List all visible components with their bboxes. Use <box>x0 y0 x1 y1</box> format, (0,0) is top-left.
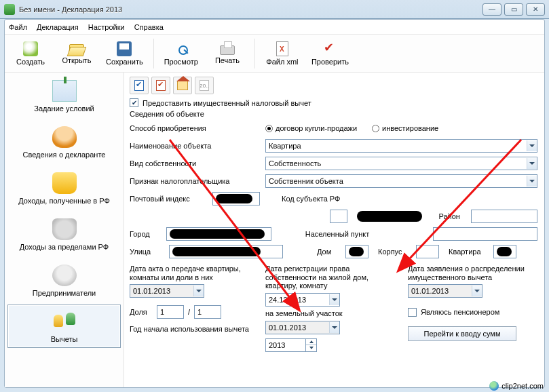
sidebar-label: Вычеты <box>51 335 78 343</box>
num-icon: 20.. <box>200 80 209 91</box>
tool-xml-label: Файл xml <box>266 58 298 66</box>
menu-help[interactable]: Справка <box>134 23 164 31</box>
chevron-down-icon <box>527 176 537 187</box>
mini-btn-num[interactable]: 20.. <box>195 77 214 94</box>
sidebar-label: Доходы, полученные в РФ <box>18 197 110 205</box>
body: Задание условий Сведения о декларанте До… <box>5 73 544 387</box>
watermark: clip2net.com <box>489 381 544 391</box>
house-input[interactable] <box>345 245 368 258</box>
go-sums-label: Перейти к вводу сумм <box>424 330 501 338</box>
close-button[interactable]: ✕ <box>526 3 545 16</box>
subject-label: Код субъекта РФ <box>282 195 411 203</box>
own-type-select[interactable]: Собственность <box>265 157 537 170</box>
menu-file[interactable]: Файл <box>9 23 27 31</box>
date-appl-value: 01.01.2013 <box>411 287 449 295</box>
deductions-icon <box>52 311 77 332</box>
toolbar-separator <box>254 39 255 68</box>
provide-deduction-checkbox[interactable] <box>130 98 138 107</box>
date-act-label: Дата акта о передаче квартиры, комнаты и… <box>130 264 259 281</box>
entrepreneurs-icon <box>52 264 77 286</box>
sidebar-item-deductions[interactable]: Вычеты <box>7 305 121 348</box>
menu-settings[interactable]: Настройки <box>88 23 125 31</box>
maximize-button[interactable]: ▭ <box>504 3 523 16</box>
chevron-down-icon <box>193 286 204 296</box>
xml-icon <box>276 41 288 56</box>
chevron-down-icon[interactable] <box>309 347 314 349</box>
mini-btn-home[interactable] <box>173 77 192 94</box>
tool-open[interactable]: Открыть <box>55 37 98 71</box>
income-abroad-icon <box>52 218 77 240</box>
date-reg-field[interactable]: 24.12.2013 <box>265 293 340 307</box>
sidebar-item-income-rf[interactable]: Доходы, полученные в РФ <box>7 166 121 210</box>
income-rf-icon <box>52 172 77 194</box>
year-start-field[interactable]: 2013 <box>265 338 306 352</box>
app-frame: Файл Декларация Настройки Справка Создат… <box>4 19 545 388</box>
sidebar-item-income-abroad[interactable]: Доходы за пределами РФ <box>7 212 121 256</box>
sidebar-label: Предприниматели <box>33 289 96 297</box>
tool-check[interactable]: Проверить <box>307 37 354 71</box>
slash: / <box>188 308 190 316</box>
declarant-icon <box>52 126 77 148</box>
print-icon <box>220 45 235 55</box>
date-land-field[interactable]: 01.01.2013 <box>265 321 340 334</box>
go-sums-button[interactable]: Перейти к вводу сумм <box>408 326 516 341</box>
street-input[interactable] <box>169 245 283 258</box>
tool-print-label: Печать <box>215 56 240 64</box>
korpus-input[interactable] <box>416 245 439 258</box>
main-panel: 20.. Предоставить имущественный налоговы… <box>124 73 544 387</box>
radio-purchase[interactable]: договор купли-продажи <box>265 124 357 132</box>
taxpayer-sign-select[interactable]: Собственник объекта <box>265 174 537 188</box>
date-appl-field[interactable]: 01.01.2013 <box>408 284 482 298</box>
sidebar-item-declarant[interactable]: Сведения о декларанте <box>7 120 121 163</box>
year-start-value: 2013 <box>269 341 285 349</box>
redacted <box>357 211 423 222</box>
sidebar-item-conditions[interactable]: Задание условий <box>7 74 121 117</box>
flat-input[interactable] <box>493 245 516 258</box>
radio-invest[interactable]: инвестирование <box>372 124 438 132</box>
obj-name-label: Наименование объекта <box>130 142 259 150</box>
locality-input[interactable] <box>433 227 538 241</box>
redacted <box>497 247 512 256</box>
window-title: Без имени - Декларация 2013 <box>19 5 478 14</box>
toolbar-separator <box>153 39 154 68</box>
tool-save[interactable]: Сохранить <box>101 37 148 71</box>
object-info-title: Сведения об объекте <box>130 110 537 118</box>
mini-btn-check[interactable] <box>151 77 170 94</box>
preview-icon <box>174 41 189 56</box>
acq-method-label: Способ приобретения <box>130 124 259 132</box>
mini-btn-doc[interactable] <box>130 77 149 94</box>
date-act-field[interactable]: 01.01.2013 <box>130 284 204 298</box>
app-icon <box>4 4 15 15</box>
provide-deduction-row: Предоставить имущественный налоговый выч… <box>130 98 537 107</box>
tool-new[interactable]: Создать <box>9 37 52 71</box>
share-num-value: 1 <box>160 308 164 316</box>
share-den-input[interactable]: 1 <box>194 305 221 319</box>
pensioner-label: Являюсь пенсионером <box>421 308 499 316</box>
district-input[interactable] <box>471 210 537 223</box>
pensioner-checkbox[interactable] <box>408 308 417 317</box>
chevron-up-icon[interactable] <box>309 340 314 343</box>
tool-xml[interactable]: Файл xml <box>261 37 304 71</box>
date-act-value: 01.01.2013 <box>133 287 170 295</box>
city-label: Город <box>130 230 157 238</box>
tool-preview[interactable]: Просмотр <box>159 37 203 71</box>
menu-declaration[interactable]: Декларация <box>37 23 79 31</box>
chevron-down-icon <box>527 140 537 151</box>
obj-name-select[interactable]: Квартира <box>265 139 537 153</box>
tool-preview-label: Просмотр <box>164 58 198 66</box>
minimize-button[interactable]: — <box>482 3 501 16</box>
own-type-label: Вид собственности <box>130 159 259 168</box>
date-appl-label: Дата заявления о распределении имуществе… <box>408 264 537 281</box>
city-input[interactable] <box>166 227 271 241</box>
window-titlebar: Без имени - Декларация 2013 — ▭ ✕ <box>0 0 549 19</box>
provide-deduction-label: Предоставить имущественный налоговый выч… <box>143 99 311 107</box>
subject-code-input[interactable] <box>330 210 347 223</box>
check-icon <box>322 41 337 56</box>
postal-input[interactable] <box>212 192 260 205</box>
tool-print[interactable]: Печать <box>206 37 249 71</box>
sidebar-item-entrepreneurs[interactable]: Предприниматели <box>7 258 121 302</box>
home-icon <box>177 81 188 90</box>
locality-label: Населенный пункт <box>305 230 423 238</box>
globe-icon <box>489 381 499 391</box>
share-num-input[interactable]: 1 <box>157 305 184 319</box>
